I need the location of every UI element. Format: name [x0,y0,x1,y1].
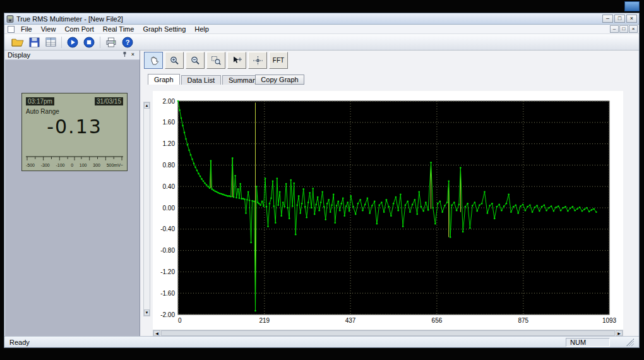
svg-text:1.20: 1.20 [163,140,176,147]
svg-text:-1.60: -1.60 [160,290,175,297]
zoom-out-button[interactable] [186,52,205,69]
scale-label: -100 [56,163,64,167]
svg-text:1093: 1093 [602,317,617,324]
display-panel-title: Display [8,51,121,59]
open-file-button[interactable] [9,35,26,49]
zoom-in-button[interactable] [165,52,184,69]
svg-text:219: 219 [259,317,270,324]
zoom-out-icon [190,56,201,66]
print-button[interactable] [103,35,119,49]
scale-label: 0 [71,163,73,167]
scroll-up-arrow[interactable]: ▲ [144,102,150,109]
svg-text:1.60: 1.60 [163,119,176,126]
data-table-button[interactable] [42,35,59,49]
graph-tabs: Graph Data List Summary [148,74,266,85]
app-icon [6,15,14,23]
stop-acquisition-button[interactable] [81,35,97,49]
save-file-button[interactable] [26,35,42,49]
svg-text:656: 656 [432,317,443,324]
toolbar-separator [100,37,100,48]
menu-bar: File View Com Port Real Time Graph Setti… [4,25,639,34]
scale-label: -300 [41,163,50,167]
mdi-document-icon[interactable] [8,26,15,33]
save-floppy-icon [29,37,40,47]
mdi-minimize-button[interactable]: – [610,25,619,33]
zoom-window-button[interactable] [206,52,225,69]
pin-panel-button[interactable] [121,51,129,59]
lcd-scale-ruler [26,156,123,161]
scale-label: 500mV~ [107,163,123,167]
open-folder-icon [11,37,24,47]
lcd-reading: -0.13 [26,116,123,138]
svg-text:-1.20: -1.20 [160,268,175,275]
data-table-icon [45,37,56,47]
copy-graph-button[interactable]: Copy Graph [255,75,304,85]
zoom-window-icon [211,56,222,66]
scroll-down-arrow[interactable]: ▼ [144,309,150,316]
window-title: True RMS Multimeter - [New File2] [16,15,601,23]
resize-grip[interactable] [626,339,634,346]
main-toolbar: ? [4,34,639,51]
title-bar[interactable]: True RMS Multimeter - [New File2] – □ × [4,13,639,25]
lcd-time: 03:17pm [26,97,54,105]
close-panel-button[interactable]: × [129,51,137,59]
tab-graph[interactable]: Graph [148,74,180,85]
scroll-track[interactable] [144,109,150,309]
svg-text:437: 437 [345,317,356,324]
svg-text:?: ? [126,39,130,46]
svg-text:875: 875 [518,317,528,324]
cursor-track-button[interactable] [227,52,246,69]
vertical-scrollbar[interactable]: ▲ ▼ [143,102,150,316]
tab-data-list[interactable]: Data List [181,75,221,85]
crosshair-icon [253,56,263,66]
scroll-right-arrow[interactable]: ▶ [616,330,623,336]
menu-file[interactable]: File [16,25,37,34]
num-lock-indicator: NUM [566,338,610,347]
menu-real-time[interactable]: Real Time [98,25,139,34]
multimeter-lcd: 03:17pm 31/03/15 Auto Range -0.13 [21,93,128,171]
maximize-button[interactable]: □ [614,15,625,23]
lcd-range-mode: Auto Range [26,108,123,115]
scroll-thumb[interactable] [161,330,615,336]
menu-view[interactable]: View [37,25,61,34]
close-button[interactable]: × [626,15,637,23]
pin-icon [122,51,128,57]
svg-text:-2.00: -2.00 [160,311,175,318]
fft-label: FFT [273,57,284,64]
display-panel-header: Display × [5,51,140,60]
svg-text:-0.80: -0.80 [160,247,175,254]
zoom-in-icon [169,56,180,66]
graph-tool-bar: FFT [144,52,288,69]
multimeter-chart[interactable]: 021943765687510932.001.601.200.800.400.0… [153,91,623,335]
fft-button[interactable]: FFT [269,52,288,69]
scroll-left-arrow[interactable]: ◀ [153,330,160,336]
svg-text:0.00: 0.00 [163,205,176,212]
lcd-scale: -500 -300 -100 0 100 300 500mV~ [26,155,123,167]
crosshair-tool-button[interactable] [248,52,267,69]
svg-text:0.80: 0.80 [163,162,176,169]
mdi-restore-button[interactable]: □ [619,25,628,33]
pan-tool-button[interactable] [144,52,163,69]
status-message: Ready [9,339,566,346]
help-button[interactable]: ? [119,35,136,49]
chart-panel[interactable]: 021943765687510932.001.601.200.800.400.0… [153,91,623,335]
background-window-fragment [624,1,640,11]
menu-com-port[interactable]: Com Port [60,25,98,34]
scale-label: -500 [26,163,35,167]
lcd-date: 31/03/15 [95,97,123,105]
scale-label: 100 [80,163,87,167]
app-window: True RMS Multimeter - [New File2] – □ × … [4,13,640,348]
printer-icon [105,37,117,47]
start-acquisition-button[interactable] [64,35,81,49]
mdi-close-button[interactable]: × [629,25,638,33]
scale-label: 300 [93,163,100,167]
menu-graph-setting[interactable]: Graph Setting [138,25,190,34]
hand-icon [148,56,159,66]
help-icon: ? [122,37,133,48]
svg-text:-0.40: -0.40 [160,225,175,232]
svg-text:2.00: 2.00 [163,98,176,105]
menu-help[interactable]: Help [190,25,213,34]
minimize-button[interactable]: – [602,15,613,23]
status-bar: Ready NUM [4,336,639,347]
svg-text:0.40: 0.40 [163,183,176,190]
